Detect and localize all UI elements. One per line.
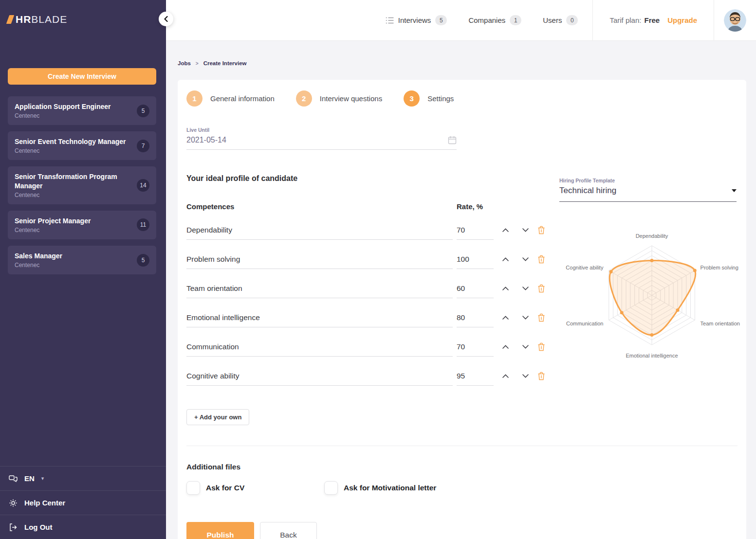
delete-competence-button[interactable] <box>537 284 545 293</box>
chevron-up-icon <box>502 228 509 232</box>
help-center-link[interactable]: Help Center <box>0 490 166 515</box>
competence-rate-input[interactable]: 95 <box>457 366 494 386</box>
competence-name-input[interactable]: Emotional intelligence <box>186 308 453 327</box>
delete-competence-button[interactable] <box>537 372 545 380</box>
chevron-down-icon <box>522 228 529 232</box>
competence-name-input[interactable]: Problem solving <box>186 250 453 269</box>
rate-stepper <box>500 285 531 292</box>
job-card[interactable]: Senior Project ManagerCentenec 11 <box>8 211 156 239</box>
rate-increase-button[interactable] <box>500 343 511 351</box>
nav-users-label: Users <box>543 16 562 24</box>
trash-icon <box>537 284 545 293</box>
job-company: Centenec <box>15 147 126 154</box>
ask-for-motivational-letter-checkbox[interactable] <box>324 481 338 495</box>
wizard-steps: 1 General information 2 Interview questi… <box>186 90 738 107</box>
competence-rate-input[interactable]: 70 <box>457 220 494 240</box>
chevron-down-icon <box>522 374 529 378</box>
trash-icon <box>537 255 545 264</box>
rate-stepper <box>500 255 531 263</box>
delete-competence-button[interactable] <box>537 342 545 351</box>
job-card[interactable]: Application Support EngineerCentenec 5 <box>8 96 156 125</box>
competence-name-input[interactable]: Dependability <box>186 220 453 240</box>
competence-name-input[interactable]: Cognitive ability <box>186 366 453 386</box>
rate-decrease-button[interactable] <box>520 285 531 292</box>
user-avatar[interactable] <box>724 9 746 32</box>
add-your-own-button[interactable]: + Add your own <box>186 409 249 425</box>
chevron-up-icon <box>502 257 509 261</box>
rate-decrease-button[interactable] <box>520 314 531 322</box>
form-actions: Publish Back <box>186 522 738 539</box>
job-count-badge: 11 <box>137 218 149 231</box>
step-settings[interactable]: 3 Settings <box>404 90 454 107</box>
nav-interviews-label: Interviews <box>398 16 431 24</box>
ask-for-cv-option[interactable]: Ask for CV <box>186 481 324 495</box>
delete-competence-button[interactable] <box>537 255 545 264</box>
tarif-plan-value: Free <box>644 16 660 24</box>
help-center-label: Help Center <box>24 499 65 507</box>
upgrade-link[interactable]: Upgrade <box>667 16 697 24</box>
content-area: Jobs > Create Interview 1 General inform… <box>166 41 756 539</box>
svg-text:Communication: Communication <box>566 321 603 326</box>
rate-decrease-button[interactable] <box>520 372 531 380</box>
template-select[interactable]: Technical hiring <box>559 186 737 202</box>
live-until-label: Live Until <box>186 127 457 133</box>
nav-companies[interactable]: Companies 1 <box>468 15 521 25</box>
section-divider <box>186 446 738 446</box>
job-company: Centenec <box>15 112 111 119</box>
rate-increase-button[interactable] <box>500 372 511 380</box>
rate-increase-button[interactable] <box>500 314 511 322</box>
sidebar-collapse-button[interactable] <box>159 12 173 26</box>
rate-increase-button[interactable] <box>500 226 511 234</box>
language-selector[interactable]: EN ▾ <box>0 466 166 490</box>
competence-name-input[interactable]: Team orientation <box>186 279 453 298</box>
rate-decrease-button[interactable] <box>520 226 531 234</box>
chevron-down-icon <box>522 257 529 261</box>
rate-increase-button[interactable] <box>500 255 511 263</box>
job-company: Centenec <box>15 192 137 198</box>
competence-rate-input[interactable]: 80 <box>457 308 494 327</box>
chevron-down-icon <box>522 316 529 320</box>
svg-text:Problem solving: Problem solving <box>701 265 738 270</box>
job-card[interactable]: Senior Event Technology ManagerCentenec … <box>8 131 156 160</box>
competence-name-input[interactable]: Communication <box>186 337 453 357</box>
ask-for-motivational-letter-option[interactable]: Ask for Motivational letter <box>324 481 436 495</box>
nav-users[interactable]: Users 0 <box>543 15 578 25</box>
logo-slash-icon <box>6 15 15 24</box>
form-left-column: Live Until 2021-05-14 Your ideal profile… <box>186 107 549 425</box>
chevron-up-icon <box>502 374 509 378</box>
competence-rate-input[interactable]: 100 <box>457 250 494 269</box>
rate-decrease-button[interactable] <box>520 255 531 263</box>
log-out-label: Log Out <box>24 523 52 531</box>
step-number: 1 <box>186 90 203 107</box>
rate-stepper <box>500 343 531 351</box>
create-new-interview-button[interactable]: Create New Interview <box>8 68 156 85</box>
nav-interviews[interactable]: Interviews 5 <box>386 15 447 25</box>
breadcrumb-jobs[interactable]: Jobs <box>178 60 191 66</box>
chevron-down-icon: ▾ <box>41 475 44 482</box>
publish-button[interactable]: Publish <box>186 522 254 539</box>
log-out-link[interactable]: Log Out <box>0 515 166 539</box>
rate-decrease-button[interactable] <box>520 343 531 351</box>
live-until-input[interactable]: 2021-05-14 <box>186 136 457 150</box>
job-card[interactable]: Sales ManagerCentenec 5 <box>8 246 156 274</box>
back-button[interactable]: Back <box>260 522 317 539</box>
companies-count-badge: 1 <box>510 15 521 25</box>
additional-files-heading: Additional files <box>186 463 738 471</box>
calendar-icon[interactable] <box>448 136 457 144</box>
rate-stepper <box>500 314 531 322</box>
step-interview-questions[interactable]: 2 Interview questions <box>296 90 382 107</box>
delete-competence-button[interactable] <box>537 226 545 234</box>
svg-text:Emotional intelligence: Emotional intelligence <box>626 353 678 359</box>
chevron-up-icon <box>502 287 509 290</box>
step-label: Settings <box>427 94 454 103</box>
caret-down-icon <box>732 189 737 192</box>
delete-competence-button[interactable] <box>537 313 545 322</box>
trash-icon <box>537 313 545 322</box>
step-general-information[interactable]: 1 General information <box>186 90 275 107</box>
competence-rate-input[interactable]: 70 <box>457 337 494 357</box>
rate-increase-button[interactable] <box>500 285 511 292</box>
job-card[interactable]: Senior Transformation Program ManagerCen… <box>8 166 156 204</box>
competence-rate-input[interactable]: 60 <box>457 279 494 298</box>
ask-for-cv-checkbox[interactable] <box>186 481 200 495</box>
app-logo: HRBLADE <box>0 0 166 25</box>
